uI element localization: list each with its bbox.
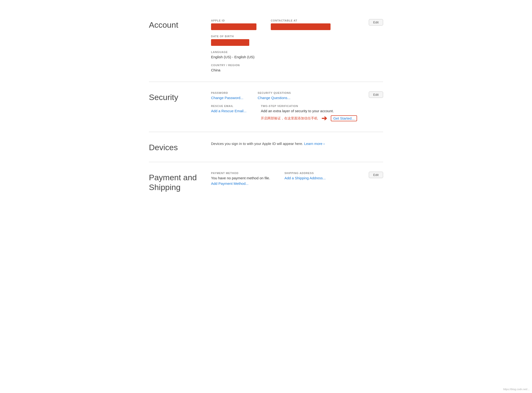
- annotation-container: 开启两部验证，在这里面添加信任手机 ➔ Get Started...: [261, 114, 357, 122]
- account-edit-area: Edit: [369, 19, 383, 26]
- security-title: Security: [149, 91, 211, 122]
- rescue-email-label: RESCUE EMAIL: [211, 105, 246, 107]
- change-questions-link[interactable]: Change Questions...: [258, 96, 291, 100]
- devices-description-text: Devices you sign in to with your Apple I…: [211, 142, 303, 146]
- shipping-address-field: SHIPPING ADDRESS Add a Shipping Address.…: [284, 172, 326, 186]
- account-edit-button[interactable]: Edit: [369, 19, 383, 26]
- account-content: APPLE ID CONTACTABLE AT DATE OF BIRTH LA…: [211, 19, 383, 72]
- dob-field: DATE OF BIRTH: [211, 35, 249, 46]
- payment-method-label: PAYMENT METHOD: [211, 172, 270, 175]
- language-value: English (US) - English (US): [211, 55, 255, 59]
- account-title: Account: [149, 19, 211, 72]
- learn-more-link[interactable]: Learn more ›: [304, 142, 325, 146]
- two-step-field: TWO-STEP VERIFICATION Add an extra layer…: [261, 105, 357, 122]
- devices-section: Devices Devices you sign in to with your…: [149, 132, 383, 162]
- payment-method-field: PAYMENT METHOD You have no payment metho…: [211, 172, 270, 186]
- language-label: LANGUAGE: [211, 51, 255, 53]
- devices-description: Devices you sign in to with your Apple I…: [211, 142, 383, 146]
- add-payment-link[interactable]: Add Payment Method...: [211, 181, 270, 186]
- payment-shipping-section: Payment and Shipping PAYMENT METHOD You …: [149, 162, 383, 202]
- country-field: COUNTRY / REGION China: [211, 64, 240, 72]
- security-row-1: PASSWORD Change Password... SECURITY QUE…: [211, 91, 383, 100]
- payment-edit-button[interactable]: Edit: [369, 172, 383, 178]
- shipping-address-label: SHIPPING ADDRESS: [284, 172, 326, 175]
- security-row-2: RESCUE EMAIL Add a Rescue Email... TWO-S…: [211, 105, 383, 122]
- annotation-chinese-text: 开启两部验证，在这里面添加信任手机: [261, 116, 318, 121]
- payment-shipping-title: Payment and Shipping: [149, 172, 211, 192]
- devices-content: Devices you sign in to with your Apple I…: [211, 142, 383, 152]
- devices-title: Devices: [149, 142, 211, 152]
- payment-shipping-row-1: PAYMENT METHOD You have no payment metho…: [211, 172, 383, 186]
- contactable-at-value: [271, 23, 331, 30]
- get-started-highlighted-box: Get Started...: [331, 115, 357, 121]
- add-rescue-email-link[interactable]: Add a Rescue Email...: [211, 109, 246, 113]
- account-section: Account APPLE ID CONTACTABLE AT DATE OF …: [149, 10, 383, 82]
- apple-id-value: [211, 23, 256, 30]
- password-label: PASSWORD: [211, 91, 243, 94]
- security-section: Security PASSWORD Change Password... SEC…: [149, 82, 383, 132]
- account-row-2: DATE OF BIRTH: [211, 35, 383, 46]
- add-shipping-link[interactable]: Add a Shipping Address...: [284, 176, 326, 180]
- account-row-1: APPLE ID CONTACTABLE AT: [211, 19, 383, 30]
- payment-edit-area: Edit: [369, 172, 383, 178]
- security-edit-area: Edit: [369, 91, 383, 98]
- country-value: China: [211, 68, 240, 72]
- payment-method-value: You have no payment method on file.: [211, 176, 270, 180]
- security-content: PASSWORD Change Password... SECURITY QUE…: [211, 91, 383, 122]
- account-row-3: LANGUAGE English (US) - English (US): [211, 51, 383, 59]
- contactable-at-label: CONTACTABLE AT: [271, 19, 331, 22]
- security-questions-label: SECURITY QUESTIONS: [258, 91, 291, 94]
- change-password-link[interactable]: Change Password...: [211, 96, 243, 100]
- account-row-4: COUNTRY / REGION China: [211, 64, 383, 72]
- security-edit-button[interactable]: Edit: [369, 91, 383, 98]
- dob-value: [211, 39, 249, 46]
- get-started-link[interactable]: Get Started...: [333, 116, 354, 120]
- rescue-email-field: RESCUE EMAIL Add a Rescue Email...: [211, 105, 246, 122]
- country-label: COUNTRY / REGION: [211, 64, 240, 67]
- apple-id-field: APPLE ID: [211, 19, 256, 30]
- language-field: LANGUAGE English (US) - English (US): [211, 51, 255, 59]
- contactable-at-field: CONTACTABLE AT: [271, 19, 331, 30]
- dob-label: DATE OF BIRTH: [211, 35, 249, 38]
- apple-id-label: APPLE ID: [211, 19, 256, 22]
- password-field: PASSWORD Change Password...: [211, 91, 243, 100]
- arrow-icon: ➔: [321, 114, 327, 122]
- security-questions-field: SECURITY QUESTIONS Change Questions...: [258, 91, 291, 100]
- page-container: Account APPLE ID CONTACTABLE AT DATE OF …: [135, 0, 397, 211]
- two-step-label: TWO-STEP VERIFICATION: [261, 105, 357, 107]
- payment-shipping-content: PAYMENT METHOD You have no payment metho…: [211, 172, 383, 192]
- two-step-description: Add an extra layer of security to your a…: [261, 109, 357, 113]
